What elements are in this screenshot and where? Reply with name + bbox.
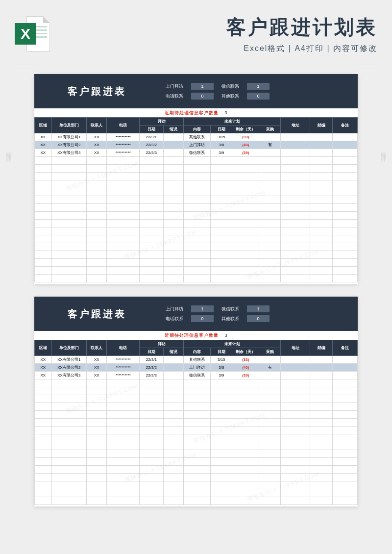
cell-empty (259, 157, 281, 165)
cell-empty (163, 466, 183, 474)
table-row-empty (35, 395, 358, 403)
cell-empty (51, 379, 86, 387)
th-contact: 联系人 (86, 118, 106, 133)
cell (163, 141, 183, 149)
cell-empty (211, 427, 232, 434)
cell-empty (51, 489, 86, 497)
cell-empty (333, 481, 358, 489)
cell-empty (107, 489, 140, 497)
cell-empty (51, 474, 86, 481)
table-row-empty (35, 251, 358, 259)
cell-empty (107, 442, 140, 450)
cell-empty (51, 403, 86, 411)
cell-empty (51, 251, 86, 259)
cell-empty (211, 243, 232, 251)
cell-empty (51, 411, 86, 419)
cell-empty (232, 481, 259, 489)
cell-empty (35, 188, 52, 196)
cell-empty (211, 387, 232, 395)
cell-empty (107, 411, 140, 419)
cell: 22/3/3 (140, 372, 163, 379)
cell (163, 364, 183, 372)
cell (333, 141, 358, 149)
pending-label: 近期待处理信息客户数量 (165, 110, 219, 116)
cell-empty (232, 387, 259, 395)
cell (281, 133, 310, 141)
cell-empty (259, 188, 281, 196)
cell-empty (310, 204, 333, 212)
th-visit-date: 日期 (140, 348, 163, 356)
stat-phone-label: 电话联系 (166, 93, 183, 100)
cell (163, 149, 183, 157)
cell-empty (211, 403, 232, 411)
cell-empty (184, 251, 211, 259)
cell-empty (232, 204, 259, 212)
table-row-empty (35, 259, 358, 267)
cell: 微信联系 (184, 372, 211, 379)
cell-empty (281, 434, 310, 442)
th-plan-group: 未来计划 (184, 118, 281, 126)
cell: XX有限公司3 (51, 372, 86, 379)
cell-empty (35, 458, 52, 466)
cell-empty (184, 411, 211, 419)
cell-empty (211, 434, 232, 442)
cell-empty (163, 419, 183, 427)
cell (259, 133, 281, 141)
cell: 3/8 (211, 364, 232, 372)
cell-empty (35, 403, 52, 411)
cell-empty (232, 275, 259, 282)
cell-empty (281, 243, 310, 251)
cell-empty (140, 173, 163, 180)
cell (310, 149, 333, 157)
cell-empty (86, 489, 106, 497)
th-visit-group: 拜访 (140, 340, 184, 348)
cell-empty (310, 411, 333, 419)
cell-empty (107, 434, 140, 442)
cell-empty (51, 497, 86, 505)
cell-empty (281, 427, 310, 434)
table-row: XXXX有限公司3XX**********22/3/3微信联系3/9(39) (35, 149, 358, 157)
cell-empty (140, 267, 163, 275)
cell (310, 133, 333, 141)
cell-empty (333, 204, 358, 212)
cell-empty (211, 379, 232, 387)
cell-empty (86, 450, 106, 458)
cell-empty (211, 395, 232, 403)
cell: (33) (232, 133, 259, 141)
cell-empty (211, 188, 232, 196)
table-row: XXXX有限公司1XX**********22/3/1其他联系3/15(33) (35, 356, 358, 364)
cell: 上门拜访 (184, 364, 211, 372)
cell-empty (232, 165, 259, 173)
cell-empty (281, 450, 310, 458)
cell (333, 356, 358, 364)
stat-wechat-label: 微信联系 (221, 306, 239, 312)
cell-empty (211, 180, 232, 188)
cell (333, 364, 358, 372)
cell-empty (259, 196, 281, 204)
cell-empty (86, 474, 106, 481)
cell-empty (211, 466, 232, 474)
cell-empty (35, 395, 52, 403)
cell (281, 141, 310, 149)
cell: XX (86, 364, 106, 372)
cell-empty (35, 411, 52, 419)
cell-empty (281, 458, 310, 466)
cell-empty (232, 489, 259, 497)
cell-empty (86, 235, 106, 243)
table-row-empty (35, 196, 358, 204)
table-row-empty (35, 489, 358, 497)
cell (259, 149, 281, 157)
cell: XX有限公司3 (51, 149, 86, 157)
cell-empty (184, 204, 211, 212)
cell-empty (107, 458, 140, 466)
cell-empty (310, 481, 333, 489)
stats: 上门拜访 1 微信联系 1 电话联系 0 其他联系 0 (166, 305, 270, 322)
cell-empty (51, 173, 86, 180)
cell-empty (281, 235, 310, 243)
cell-empty (163, 275, 183, 282)
cell-empty (86, 411, 106, 419)
cell-empty (51, 259, 86, 267)
banner: X 客户跟进计划表 Excel格式 | A4打印 | 内容可修改 (0, 0, 392, 63)
table-row-empty (35, 387, 358, 395)
cell-empty (35, 259, 52, 267)
